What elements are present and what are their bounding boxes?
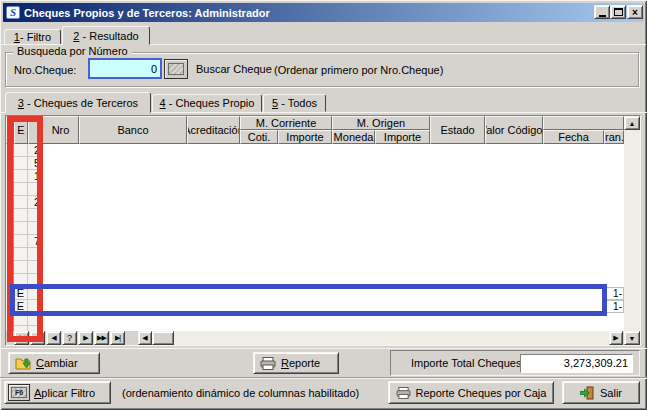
tab-filtro-label: 1- Filtro [14,31,51,43]
v-scroll-up-arrow[interactable]: ▲ [624,116,640,130]
app-window: S Cheques Propios y de Terceros: Adminis… [0,0,647,410]
nro-cheque-label: Nro.Cheque: [14,64,76,76]
group-header-fecha-tran[interactable] [543,116,624,130]
group-header-m-corriente[interactable]: M. Corriente [240,116,332,130]
tab-todos-label: 5 - Todos [272,97,317,109]
nav-next-page-icon: ▶▶ [97,334,106,342]
v-scrollbar-track[interactable] [624,116,640,345]
grid-cell-peek[interactable]: 1 [28,170,41,183]
col-header-nro-label: Nro [52,124,70,136]
grid-cell-tran[interactable]: 1- [604,300,624,313]
nav-first-button[interactable]: |◀ [14,331,29,345]
title-bar[interactable]: S Cheques Propios y de Terceros: Adminis… [3,3,644,22]
printer-icon [396,387,411,399]
minimize-button[interactable] [594,5,610,19]
minimize-icon [599,15,606,17]
group-m-corriente-label: M. Corriente [256,117,317,129]
total-panel: Importe Total Cheques: 3,273,309.21 [390,350,640,376]
col-header-estado-label: Estado [440,124,474,136]
nav-search-icon: ? [67,333,72,343]
col-header-banco[interactable]: Banco [79,116,187,144]
ordenar-hint: (Ordenar primero por Nro.Cheque) [274,64,443,76]
col-header-acreditacion-label: Acreditación [187,124,240,136]
nav-search-button[interactable]: ? [62,331,77,345]
footer-divider-top [0,348,647,349]
close-button[interactable]: × [627,5,643,19]
h-scroll-right-arrow[interactable]: ▶ [609,331,623,345]
col-header-moneda[interactable]: Moneda [332,130,375,144]
col-header-estado[interactable]: Estado [430,116,485,144]
grid-cell-peek[interactable]: 2 [28,196,41,209]
grid-cell-peek[interactable]: 2 [28,144,41,157]
ordenamiento-hint: (ordenamiento dinámico de columnas habil… [122,387,359,399]
col-header-fecha-label: Fecha [558,131,589,143]
col-header-nro[interactable]: Nro [42,116,79,144]
col-header-importe-mc[interactable]: Importe [278,130,332,144]
scroll-right-icon: ▶ [613,334,618,342]
window-title: Cheques Propios y de Terceros: Administr… [24,7,270,19]
col-header-tran[interactable]: Tran. [604,130,624,144]
col-header-acreditacion[interactable]: Acreditación [187,116,240,144]
grid-cell-e[interactable]: E [14,300,27,313]
app-icon: S [6,6,20,19]
nro-cheque-input[interactable] [88,58,162,79]
aplicar-filtro-button[interactable]: F6 Aplicar Filtro [4,381,111,404]
footer-divider-bottom [0,377,647,379]
total-value: 3,273,309.21 [520,354,633,373]
grid-cell-e[interactable]: E [14,287,27,300]
scroll-left-icon: ◀ [142,334,147,342]
salir-label: Salir [600,387,622,399]
h-scroll-left-arrow[interactable]: ◀ [138,331,152,345]
printer-icon [260,357,276,370]
col-header-valor-codigo-label: Valor Código [485,124,542,136]
nav-prior-page-button[interactable]: ◀◀ [30,331,45,345]
scroll-down-icon: ▼ [629,335,636,342]
reporte-cheques-caja-button[interactable]: Reporte Cheques por Caja [388,381,554,404]
group-m-origen-label: M. Origen [357,117,405,129]
indicator-header [6,116,14,144]
nav-next-button[interactable]: ▶ [78,331,93,345]
col-header-importe-mo[interactable]: Importe [375,130,430,144]
h-scrollbar-track[interactable] [138,331,623,345]
nav-prior-button[interactable]: ◀ [46,331,61,345]
tab-filtro[interactable]: 1- Filtro [4,29,61,45]
nav-next-icon: ▶ [83,334,87,342]
col-header-coti[interactable]: Coti. [240,130,278,144]
grid-cell-peek[interactable]: 7 [28,235,41,248]
buscar-cheque-label: Buscar Cheque [196,63,272,75]
tab-resultado-label: 2 - Resultado [73,30,138,42]
col-header-valor-codigo[interactable]: Valor Código [485,116,543,144]
tab-cheques-propios[interactable]: 4 - Cheques Propio [152,94,262,112]
reporte-button[interactable]: Reporte [253,352,339,374]
f6-key-label: F6 [15,389,23,396]
search-groupbox: Busqueda por Número Nro.Cheque: Buscar C… [5,52,639,87]
maximize-button[interactable] [610,5,626,19]
col-header-e[interactable]: E [14,116,28,144]
salir-button[interactable]: Salir [562,381,640,404]
col-header-fecha[interactable]: Fecha [543,130,604,144]
col-header-tran-label: Tran. [604,131,624,143]
aplicar-filtro-label: Aplicar Filtro [34,387,95,399]
reporte-cheques-caja-label: Reporte Cheques por Caja [416,387,547,399]
h-scrollbar-thumb[interactable] [152,331,174,345]
search-group-legend: Busqueda por Número [13,45,132,57]
tab-terceros-label: 3 - Cheques de Terceros [18,97,138,109]
v-scroll-down-arrow[interactable]: ▼ [624,331,640,345]
tab-cheques-terceros[interactable]: 3 - Cheques de Terceros [5,92,151,113]
grid-cell-peek[interactable]: 5 [28,157,41,170]
reporte-label: Reporte [281,357,320,369]
maximize-icon [614,8,623,16]
nav-last-button[interactable]: ▶| [110,331,125,345]
exit-door-icon [580,386,595,400]
grid-cell-tran[interactable]: 1- [604,287,624,300]
tab-resultado[interactable]: 2 - Resultado [62,26,150,45]
total-label: Importe Total Cheques: [411,357,525,369]
tab-todos[interactable]: 5 - Todos [263,94,326,112]
nav-next-page-button[interactable]: ▶▶ [94,331,109,345]
cambiar-button[interactable]: Cambiar [8,352,100,374]
tab-propios-label: 4 - Cheques Propio [160,97,255,109]
col-header-blank[interactable] [28,116,42,144]
group-header-m-origen[interactable]: M. Origen [332,116,430,130]
folder-change-icon [15,356,31,370]
col-header-banco-label: Banco [117,124,148,136]
